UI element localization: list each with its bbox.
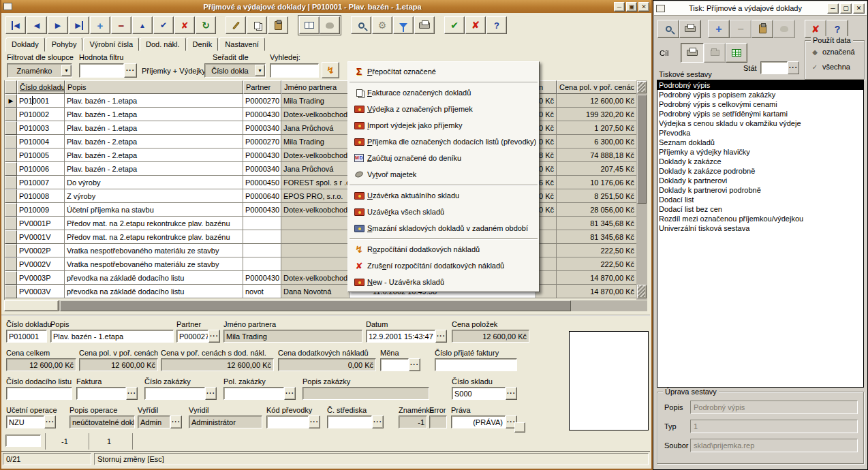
report-item-doklady-k-zak-zce[interactable]: Doklady k zakázce	[657, 157, 863, 166]
tab-pohyby[interactable]: Pohyby	[46, 37, 83, 51]
menu-item-za-tuj-ozna-en-do-den-ku[interactable]: MDZaúčtuj označené do deníku	[348, 150, 539, 166]
vscroll-thumb[interactable]	[637, 95, 647, 204]
cislo-zakazky-ellipsis-button[interactable]: ···	[205, 387, 217, 400]
table-row[interactable]: P010003Plav. bazén - 1.etapaP0000340Jana…	[5, 121, 636, 135]
next-record-button[interactable]: ▶	[48, 16, 68, 34]
print-minimize-button[interactable]: ─	[827, 3, 839, 14]
report-item-doklady-k-partnerovi[interactable]: Doklady k partnerovi	[657, 176, 863, 185]
table-row[interactable]: P010004Plav. bazén - 2.etapaP0000270Mila…	[5, 135, 636, 148]
datum-field[interactable]: 12.9.2001 15:43:47	[366, 330, 435, 343]
target-file-button[interactable]	[704, 43, 726, 63]
cislo-dokladu-field[interactable]: P010001	[6, 330, 47, 343]
table-hscrollbar[interactable]	[4, 300, 647, 311]
view-alt-toggle[interactable]	[320, 16, 340, 34]
tab-v-robn-sla[interactable]: Výrobní čísla	[83, 37, 139, 51]
cislo-zakazky-field[interactable]	[144, 387, 205, 400]
table-row[interactable]: P010002Plav. bazén - 1.etapaP0000430Dote…	[5, 108, 636, 121]
report-item-rozd-l-mezi-ozna-enou-p-jemkou-v-dejkou[interactable]: Rozdíl mezi označenou příjemkou/výdejkou	[657, 214, 863, 223]
target-printer-button[interactable]	[681, 43, 704, 63]
cislo-skladu-ellipsis-button[interactable]: ···	[506, 387, 517, 400]
tab-doklady[interactable]: Doklady	[5, 37, 45, 52]
popis-field[interactable]: Plav. bazén - 1.etapa	[50, 330, 174, 343]
report-item-doklady-k-partnerovi-podrobn-[interactable]: Doklady k partnerovi podrobně	[657, 185, 863, 195]
filter-value-input[interactable]	[79, 63, 124, 78]
vyridil-ellipsis-button[interactable]: ···	[170, 416, 182, 428]
menu-item-smaz-n-skladov-ch-doklad-v-zadan-m-obdob[interactable]: Smazání skladových dokladů v zadaném obd…	[348, 220, 539, 236]
print-preview-button[interactable]	[657, 20, 679, 38]
table-row[interactable]: PV0002VVratka nespotřebovaného materiálu…	[5, 257, 636, 271]
report-item-dodac-list[interactable]: Dodací list	[657, 195, 863, 204]
option-marked[interactable]: ◆ označená	[811, 48, 855, 56]
maximize-button[interactable]: ▣	[626, 2, 637, 12]
table-row[interactable]: P010008Z výrobyP0000640EPOS PRO, s.r.o.0…	[5, 189, 636, 203]
tab-nastaven-[interactable]: Nastavení	[219, 37, 265, 51]
search-execute-button[interactable]: ↯	[322, 62, 339, 78]
ucetni-operace-ellipsis-button[interactable]: ···	[44, 416, 56, 428]
print-close-button[interactable]: ✕	[853, 3, 865, 14]
search-input[interactable]	[270, 63, 319, 78]
hscroll-left-box[interactable]	[4, 300, 59, 311]
report-item-podrobn-v-pis-s-popisem-zak-zky[interactable]: Podrobný výpis s popisem zakázky	[657, 90, 863, 99]
menu-item-fakturace-ozna-en-ch-doklad-[interactable]: Fakturace označených dokladů	[348, 84, 539, 101]
c-strediska-field[interactable]	[327, 416, 372, 428]
report-item-doklady-k-zak-zce-podrobn-[interactable]: Doklady k zakázce podrobně	[657, 166, 863, 176]
column-header-jmeno[interactable]: Jméno partnera	[281, 80, 350, 94]
view-book-toggle[interactable]	[299, 16, 320, 34]
column-header-cislo[interactable]: Číslo dokladu	[17, 80, 65, 94]
filter-column-combo[interactable]: Znaménko ▾	[7, 63, 72, 78]
report-item-p-evodka[interactable]: Převodka	[657, 128, 863, 138]
tab-dod-n-kl-[interactable]: Dod. nákl.	[140, 37, 186, 51]
search-button[interactable]	[351, 16, 371, 34]
cancel-button[interactable]: ✘	[465, 16, 486, 34]
print-maximize-button[interactable]: ▢	[840, 3, 852, 14]
report-item-univerz-ln-tiskov-sestava[interactable]: Univerzální tisková sestava	[657, 223, 863, 233]
menu-item-vytvo-majetek[interactable]: Vytvoř majetek	[348, 166, 539, 183]
pol-zakazky-field[interactable]	[223, 387, 284, 400]
table-row[interactable]: PV0003Ppřevodka na základě dodacího list…	[5, 271, 636, 285]
report-item-podrobn-v-pis-se-set-d-n-mi-kartami[interactable]: Podrobný výpis se setříděnými kartami	[657, 109, 863, 119]
combo-drop-icon[interactable]: ▾	[255, 65, 265, 76]
option-all[interactable]: ✓ všechna	[811, 63, 850, 71]
menu-item-zru-en-rozpo-t-n-dodatkov-ch-n-klad-[interactable]: ✘Zrušení rozpočítání dodatkových nákladů	[348, 257, 539, 274]
hscroll-thumb[interactable]	[60, 300, 571, 311]
table-vscrollbar[interactable]	[636, 80, 647, 300]
combo-drop-icon[interactable]: ▾	[61, 65, 72, 76]
tab-den-k[interactable]: Deník	[187, 37, 219, 51]
mena-ellipsis-button[interactable]: ···	[409, 358, 420, 371]
menu-item-new-uz-v-rka-sklad-[interactable]: New - Uzávěrka skladů	[348, 274, 539, 290]
kod-prevodky-ellipsis-button[interactable]: ···	[309, 416, 320, 428]
table-row[interactable]: PV0001VPředov mat. na 2.etapu rekontrukc…	[5, 230, 636, 244]
report-item-p-jemky-a-v-dejky-hlavi-ky[interactable]: Příjemky a výdejky hlavičky	[657, 147, 863, 157]
ok-button[interactable]: ✔	[444, 16, 465, 34]
print-help-button[interactable]: ?	[826, 20, 848, 38]
table-row[interactable]: P010009Účetní příjemka na stavbuP0000430…	[5, 203, 636, 217]
report-item-seznam-doklad-[interactable]: Seznam dokladů	[657, 138, 863, 147]
cislo-skladu-field[interactable]: S000	[452, 387, 506, 400]
print-button[interactable]	[679, 20, 701, 38]
menu-item-import-v-dejek-jako-p-jemky[interactable]: Import výdejek jako příjemky	[348, 117, 539, 134]
report-item-podrobn-v-pis[interactable]: Podrobný výpis	[657, 80, 863, 90]
kod-prevodky-field[interactable]	[266, 416, 309, 428]
stat-ellipsis-button[interactable]: ···	[788, 61, 799, 74]
table-row[interactable]: P010006Plav. bazén - 2.etapaP0000340Jana…	[5, 162, 636, 176]
column-header-cena[interactable]: Cena pol. v poř. cenác	[557, 80, 637, 94]
report-typ-field[interactable]: 1	[690, 420, 858, 433]
sort-combo[interactable]: Číslo dokla ▾	[204, 63, 266, 78]
vyridil-field[interactable]: Admin	[138, 416, 170, 428]
table-row[interactable]: P010007Do výrobyP0000450FOREST spol. s r…	[5, 176, 636, 189]
settings-button[interactable]: ⚙	[372, 16, 392, 34]
partner-ellipsis-button[interactable]: ···	[208, 330, 220, 343]
size-grip[interactable]	[514, 422, 525, 433]
minimize-button[interactable]: ─	[614, 2, 625, 12]
vscroll-down-grip[interactable]	[637, 285, 647, 298]
menu-item-p-jemka-dle-ozna-en-ch-dodac-ch-list-p-e[interactable]: Příjemka dle označených dodacích listů (…	[348, 134, 539, 150]
faktura-field[interactable]	[76, 387, 126, 400]
filter-button[interactable]	[393, 16, 414, 34]
delete-record-button[interactable]: −	[111, 16, 131, 34]
menu-item-v-dejka-z-ozna-en-ch-p-jemek[interactable]: Výdejka z označených příjemek	[348, 101, 539, 117]
pol-zakazky-ellipsis-button[interactable]: ···	[284, 387, 296, 400]
partner-field[interactable]: P000027C	[176, 330, 208, 343]
refresh-button[interactable]: ↻	[196, 16, 216, 34]
menu-item-rozpo-t-n-dodatkov-ch-n-klad-[interactable]: ↯Rozpočítání dodatkových nákladů	[348, 241, 539, 257]
filter-value-ellipsis-button[interactable]: ···	[124, 63, 137, 78]
